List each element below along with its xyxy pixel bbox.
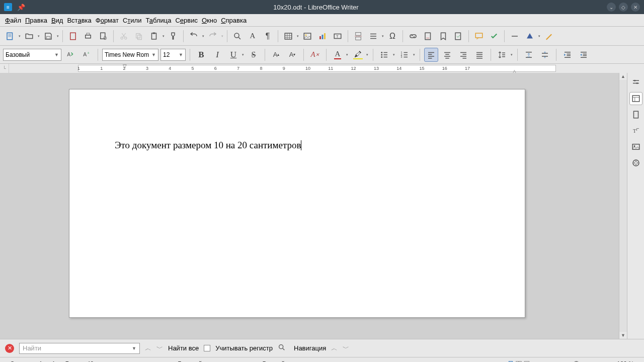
spellcheck-button[interactable]: A [246, 29, 260, 43]
find-next-button[interactable]: ﹀ [156, 344, 163, 353]
bookmark-button[interactable] [436, 29, 450, 43]
new-doc-button[interactable] [3, 29, 21, 43]
undo-button[interactable] [187, 29, 205, 43]
cross-ref-button[interactable] [451, 29, 465, 43]
align-left-button[interactable] [424, 48, 438, 62]
findbar-close-button[interactable]: ✕ [5, 344, 14, 353]
open-button[interactable] [22, 29, 40, 43]
draw-functions-button[interactable] [542, 29, 556, 43]
insert-textbox-button[interactable]: T [331, 29, 345, 43]
hyperlink-button[interactable] [406, 29, 420, 43]
number-list-button[interactable]: 123 [397, 48, 416, 62]
special-char-button[interactable]: Ω [385, 29, 399, 43]
menu-tools[interactable]: Сервис [173, 15, 200, 26]
font-color-button[interactable]: A [331, 48, 349, 62]
status-style[interactable]: Базовый [173, 360, 207, 363]
pin-icon[interactable]: 📌 [17, 4, 25, 11]
basic-shapes-button[interactable] [523, 29, 541, 43]
bold-button[interactable]: B [194, 48, 208, 62]
menu-window[interactable]: Окно [200, 15, 219, 26]
redo-button[interactable] [206, 29, 224, 43]
scroll-up-icon[interactable]: ▲ [619, 73, 627, 80]
find-prev-button[interactable]: ︿ [145, 344, 151, 353]
menu-file[interactable]: Файл [3, 15, 23, 26]
menu-edit[interactable]: Правка [23, 15, 49, 26]
menu-insert[interactable]: Вставка [65, 15, 93, 26]
sidebar-settings-icon[interactable] [629, 76, 642, 89]
status-signature-icon[interactable]: ▣ [487, 360, 502, 363]
insert-chart-button[interactable] [315, 29, 330, 43]
align-justify-button[interactable] [472, 48, 487, 62]
save-button[interactable] [41, 29, 59, 43]
maximize-button[interactable]: ◇ [619, 3, 628, 12]
minimize-button[interactable]: ⌄ [607, 3, 616, 12]
sidebar-properties-icon[interactable] [629, 92, 642, 105]
track-changes-button[interactable] [487, 29, 501, 43]
font-name-combo[interactable]: Times New Rom▼ [102, 49, 158, 61]
paste-button[interactable] [147, 29, 165, 43]
zoom-out-button[interactable]: − [535, 360, 543, 363]
strikethrough-button[interactable]: S [247, 48, 261, 62]
print-preview-button[interactable] [96, 29, 110, 43]
update-style-button[interactable]: A [63, 48, 77, 62]
new-style-button[interactable]: A+ [79, 48, 94, 62]
status-wordcount[interactable]: 7 слов, 42 символов [60, 360, 127, 363]
close-button[interactable]: ✕ [631, 3, 640, 12]
insert-table-button[interactable] [281, 29, 299, 43]
sidebar-navigator-icon[interactable] [629, 156, 642, 169]
find-replace-button[interactable] [230, 29, 245, 43]
clear-formatting-button[interactable]: A✕ [308, 48, 322, 62]
page-break-button[interactable] [351, 29, 365, 43]
sidebar-page-icon[interactable] [629, 108, 642, 121]
paragraph-style-combo[interactable]: Базовый▼ [3, 49, 61, 61]
match-case-checkbox[interactable] [204, 345, 210, 351]
format-paintbrush-button[interactable] [166, 29, 180, 43]
formatting-marks-button[interactable]: ¶ [261, 29, 275, 43]
sidebar-styles-icon[interactable]: T [629, 124, 642, 137]
nav-prev-button[interactable]: ︿ [331, 344, 338, 353]
page[interactable]: Это документ размером 10 на 20 сантиметр… [69, 89, 525, 318]
document-text[interactable]: Это документ размером 10 на 20 сантиметр… [115, 140, 301, 151]
italic-button[interactable]: I [210, 48, 224, 62]
superscript-button[interactable]: A▴ [269, 48, 283, 62]
menu-format[interactable]: Формат [94, 15, 121, 26]
subscript-button[interactable]: A▾ [285, 48, 299, 62]
find-all-button[interactable]: Найти все [168, 344, 199, 352]
footnote-button[interactable] [421, 29, 435, 43]
print-button[interactable] [81, 29, 95, 43]
menu-table[interactable]: Таблица [143, 15, 173, 26]
align-right-button[interactable] [456, 48, 470, 62]
export-pdf-button[interactable] [66, 29, 80, 43]
decrease-para-spacing-button[interactable] [538, 48, 552, 62]
comment-button[interactable] [472, 29, 486, 43]
menu-view[interactable]: Вид [49, 15, 65, 26]
increase-indent-button[interactable] [560, 48, 575, 62]
line-button[interactable] [508, 29, 522, 43]
menu-help[interactable]: Справка [219, 15, 249, 26]
bullet-list-button[interactable] [377, 48, 395, 62]
cut-button[interactable] [117, 29, 131, 43]
increase-para-spacing-button[interactable] [522, 48, 536, 62]
find-input[interactable]: Найти▼ [19, 343, 140, 354]
insert-image-button[interactable] [300, 29, 314, 43]
menu-styles[interactable]: Стили [121, 15, 143, 26]
underline-button[interactable]: U [226, 48, 245, 62]
vertical-scrollbar[interactable]: ▲ ▼ [619, 73, 627, 339]
document-canvas[interactable]: Это документ размером 10 на 20 сантиметр… [0, 73, 619, 339]
horizontal-ruler[interactable]: 11234567891011121314151617▽△ [78, 65, 556, 72]
find-other-button[interactable] [278, 343, 286, 353]
insert-field-button[interactable] [366, 29, 384, 43]
decrease-indent-button[interactable] [577, 48, 591, 62]
status-page[interactable]: Страница 1 из 1 [5, 360, 60, 363]
status-view-icons[interactable] [502, 360, 535, 363]
nav-next-button[interactable]: ﹀ [343, 344, 349, 353]
zoom-in-button[interactable]: + [604, 360, 612, 363]
highlight-button[interactable]: 🖍 [351, 48, 369, 62]
sidebar-gallery-icon[interactable] [629, 140, 642, 153]
font-size-combo[interactable]: 12▼ [160, 49, 186, 61]
line-spacing-button[interactable] [495, 48, 513, 62]
status-zoom[interactable]: 120 % [612, 360, 639, 363]
scroll-down-icon[interactable]: ▼ [619, 332, 627, 339]
copy-button[interactable] [132, 29, 146, 43]
status-language[interactable]: Русский [257, 360, 290, 363]
